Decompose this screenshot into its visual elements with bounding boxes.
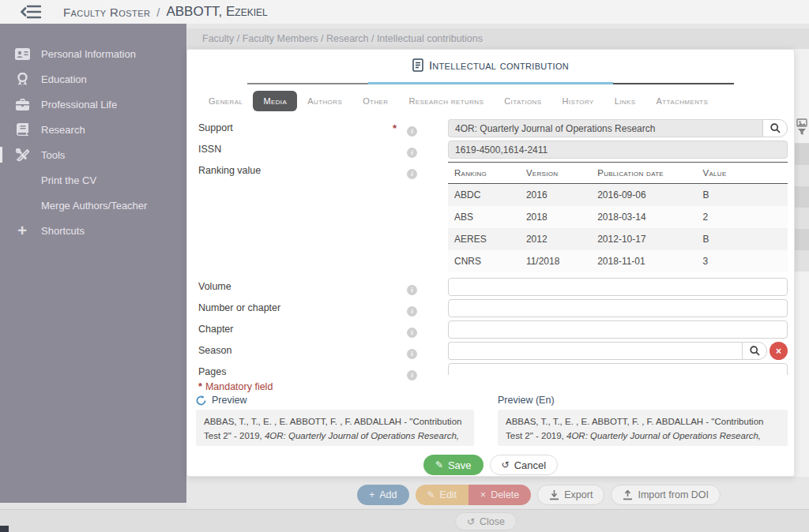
- cancel-button[interactable]: ↺ Cancel: [490, 455, 559, 475]
- season-input[interactable]: [448, 342, 742, 360]
- info-icon[interactable]: i: [407, 126, 417, 137]
- field-label: Support: [198, 119, 393, 133]
- tab-research-returns[interactable]: Research returns: [398, 91, 494, 111]
- issn-input[interactable]: [448, 140, 788, 159]
- required-asterisk: *: [393, 119, 407, 134]
- required-asterisk: *: [198, 381, 202, 392]
- wizard-progress-line: [247, 82, 734, 84]
- save-button[interactable]: ✎ Save: [423, 455, 484, 475]
- field-label: Volume: [198, 278, 393, 292]
- field-row-chapter: Chapter i: [198, 320, 788, 339]
- preview-section: Preview ABBAS, T., T., E. , E. ABBOTT, F…: [187, 395, 794, 446]
- search-icon: [770, 123, 781, 133]
- field-label: Ranking value: [198, 162, 393, 176]
- modal-title: Intellectual contribution: [412, 58, 569, 72]
- field-label: ISSN: [198, 140, 393, 155]
- table-row: AERES20122012-10-17B: [448, 228, 788, 250]
- chapter-input[interactable]: [448, 320, 788, 339]
- info-icon[interactable]: i: [407, 169, 417, 179]
- preview-label: Preview: [212, 395, 246, 406]
- field-row-ranking: Ranking value i Ranking Version Publicat…: [198, 162, 788, 272]
- field-label: Pages: [198, 363, 393, 377]
- volume-input[interactable]: [448, 278, 788, 296]
- document-icon: [412, 58, 423, 72]
- modal-footer: ✎ Save ↺ Cancel: [187, 455, 794, 475]
- tab-links[interactable]: Links: [604, 91, 646, 111]
- tab-media[interactable]: Media: [253, 91, 297, 111]
- modal-tabs: General Media Authors Other Research ret…: [198, 91, 794, 111]
- tab-citations[interactable]: Citations: [494, 91, 551, 111]
- info-icon[interactable]: i: [407, 370, 417, 380]
- field-label: Season: [198, 342, 393, 356]
- info-icon[interactable]: i: [407, 306, 417, 317]
- info-icon[interactable]: i: [407, 285, 417, 295]
- field-row-support: Support * i: [198, 119, 788, 137]
- preview-en-column: Preview (En) ABBAS, T., T., E. , E. ABBO…: [498, 395, 788, 446]
- info-icon[interactable]: i: [407, 148, 417, 158]
- field-label: Number or chapter: [198, 299, 393, 313]
- season-clear-button[interactable]: ×: [769, 342, 788, 360]
- tab-authors[interactable]: Authors: [297, 91, 352, 111]
- refresh-icon[interactable]: [196, 395, 206, 406]
- info-icon[interactable]: i: [407, 328, 417, 338]
- city-placeholder: [city]: [204, 445, 223, 446]
- mandatory-field-note: * Mandatory field: [187, 380, 794, 395]
- tab-history[interactable]: History: [551, 91, 604, 111]
- search-icon: [750, 346, 760, 356]
- ranking-table-header: Ranking Version Publication date Value: [448, 162, 788, 184]
- preview-en-text: ABBAS, T., T., E. , E. ABBOTT, F. , F. A…: [498, 410, 788, 446]
- season-search-button[interactable]: [742, 342, 767, 360]
- progress-active-segment: [368, 82, 613, 84]
- field-row-number-or-chapter: Number or chapter i: [198, 299, 788, 317]
- support-search-button[interactable]: [762, 119, 788, 137]
- intellectual-contribution-modal: Intellectual contribution General Media …: [186, 49, 795, 477]
- modal-header: Intellectual contribution: [187, 50, 794, 84]
- tab-general[interactable]: General: [198, 91, 253, 111]
- field-row-pages: Pages i: [198, 363, 788, 380]
- table-row: CNRS11/20182018-11-013: [448, 250, 788, 272]
- field-row-volume: Volume i: [198, 278, 788, 296]
- number-or-chapter-input[interactable]: [448, 299, 788, 317]
- media-form: Support * i ISSN i Ranking value: [187, 118, 794, 380]
- preview-column: Preview ABBAS, T., T., E. , E. ABBOTT, F…: [196, 395, 474, 446]
- tab-attachments[interactable]: Attachments: [646, 91, 719, 111]
- info-icon[interactable]: i: [407, 349, 417, 359]
- ranking-table: Ranking Version Publication date Value A…: [448, 162, 788, 272]
- table-row: ABDC20162016-09-06B: [448, 184, 788, 206]
- undo-icon: ↺: [502, 460, 510, 470]
- pencil-icon: ✎: [435, 460, 443, 470]
- pages-input[interactable]: [448, 363, 788, 375]
- cross-icon: ×: [776, 346, 781, 357]
- field-row-issn: ISSN i: [198, 140, 788, 159]
- support-input[interactable]: [448, 119, 762, 137]
- field-row-season: Season i ×: [198, 342, 788, 360]
- preview-text: ABBAS, T., T., E. , E. ABBOTT, F. , F. A…: [196, 410, 474, 446]
- field-label: Chapter: [198, 320, 393, 335]
- table-row: ABS20182018-03-142: [448, 206, 788, 228]
- tab-other[interactable]: Other: [352, 91, 398, 111]
- preview-en-label: Preview (En): [498, 395, 555, 406]
- city-placeholder: [city]: [506, 445, 525, 446]
